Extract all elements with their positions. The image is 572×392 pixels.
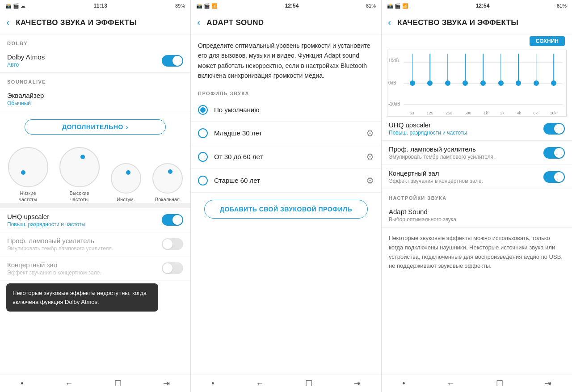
nav-back-1[interactable]: ←	[65, 379, 73, 388]
page-title-2: ADAPT SOUND	[206, 18, 264, 27]
collapsed-section[interactable]: СОХНИН	[382, 34, 572, 48]
tube-amp-row-3[interactable]: Проф. ламповый усилитель Эмулировать тем…	[382, 141, 572, 165]
profile-over60[interactable]: Старше 60 лет ⚙	[191, 169, 381, 193]
eq-chart: 10dB 0dB -10dB	[382, 48, 572, 117]
gear-over60[interactable]: ⚙	[366, 175, 374, 186]
tube-amp-info-3: Проф. ламповый усилитель Эмулировать тем…	[389, 145, 495, 160]
gear-30to60[interactable]: ⚙	[366, 152, 374, 162]
equalizer-info: Эквалайзер Обычный	[7, 92, 44, 106]
status-bar-1: 📸 🎬 ☁ 11:13 89%	[0, 0, 190, 12]
eq-dot-250	[445, 80, 450, 86]
uhq-row-1[interactable]: UHQ upscaler Повыш. разрядности и частот…	[0, 208, 190, 232]
status-time-3: 12:54	[476, 3, 490, 9]
battery-1: 89%	[175, 3, 185, 8]
adapt-sound-title: Adapt Sound	[389, 208, 565, 215]
nav-recent-2[interactable]: ⇥	[354, 379, 361, 388]
adapt-description: Определите оптимальный уровень громкости…	[191, 34, 381, 84]
tube-amp-toggle-3[interactable]	[543, 147, 565, 159]
nav-recent-1[interactable]: ⇥	[163, 379, 170, 388]
concert-info-1: Концертный зал Эффект звучания в концерт…	[7, 261, 101, 276]
tube-amp-title-3: Проф. ламповый усилитель	[389, 145, 495, 153]
tube-amp-subtitle-1: Эмулировать тембр лампового усилителя.	[7, 245, 113, 252]
radio-under30[interactable]	[198, 128, 208, 138]
eq-line-500	[465, 54, 466, 83]
nav-back-2[interactable]: ←	[256, 379, 264, 388]
profile-under30[interactable]: Младше 30 лет ⚙	[191, 122, 381, 145]
eq-bar-63[interactable]	[404, 54, 421, 107]
nav-home-3[interactable]: ☐	[496, 379, 503, 388]
eq-dot-125	[427, 80, 433, 86]
gear-under30[interactable]: ⚙	[366, 128, 374, 139]
page-title-1: КАЧЕСТВО ЗВУКА И ЭФФЕКТЫ	[16, 18, 137, 27]
nav-dot-2[interactable]: •	[211, 379, 214, 388]
advanced-button[interactable]: ДОПОЛНИТЕЛЬНО ›	[25, 119, 165, 135]
knob-vocal[interactable]: Вокальная	[152, 163, 183, 202]
eq-bar-8k[interactable]	[527, 54, 545, 107]
back-button-3[interactable]: ‹	[385, 16, 394, 30]
tube-amp-row-1[interactable]: Проф. ламповый усилитель Эмулировать тем…	[0, 232, 190, 257]
eq-dot-1k	[480, 80, 486, 86]
eq-bar-16k[interactable]	[545, 54, 563, 107]
radio-default[interactable]	[198, 105, 208, 115]
concert-row-1[interactable]: Концертный зал Эффект звучания в концерт…	[0, 257, 190, 281]
dolby-atmos-row[interactable]: Dolby Atmos Авто	[0, 49, 190, 73]
knob-circle-treble	[59, 147, 100, 187]
uhq-toggle-3[interactable]	[543, 123, 565, 135]
nav-dot-3[interactable]: •	[402, 379, 405, 388]
collapsed-label[interactable]: СОХНИН	[530, 36, 565, 46]
concert-info-3: Концертный зал Эффект звучания в концерт…	[389, 169, 483, 184]
concert-toggle-1[interactable]	[162, 262, 183, 274]
nav-recent-3[interactable]: ⇥	[545, 379, 551, 388]
nav-dot-1[interactable]: •	[21, 379, 23, 388]
content-3: СОХНИН 10dB 0dB -10dB	[382, 34, 572, 375]
eq-dot-4k	[516, 80, 521, 86]
concert-toggle-3[interactable]	[543, 171, 565, 183]
nav-back-3[interactable]: ←	[446, 379, 454, 388]
eq-bar-4k[interactable]	[509, 54, 527, 107]
radio-30to60[interactable]	[198, 152, 208, 162]
dolby-section-label: DOLBY	[0, 34, 190, 49]
equalizer-row[interactable]: Эквалайзер Обычный	[0, 87, 190, 111]
equalizer-title: Эквалайзер	[7, 92, 44, 99]
radio-over60[interactable]	[198, 176, 208, 185]
eq-bar-2k[interactable]	[492, 54, 510, 107]
profile-30to60[interactable]: От 30 до 60 лет ⚙	[191, 145, 381, 169]
knob-circle-instrument	[111, 163, 141, 194]
tube-amp-toggle-1[interactable]	[162, 238, 183, 250]
battery-3: 81%	[557, 3, 567, 8]
eq-dot-8k	[534, 80, 539, 86]
uhq-title-3: UHQ upscaler	[389, 121, 467, 129]
profile-default[interactable]: По умолчанию	[191, 99, 381, 122]
freq-125: 125	[426, 111, 433, 115]
dolby-atmos-toggle[interactable]	[162, 55, 183, 67]
knob-treble[interactable]: Высокиечастоты	[59, 147, 100, 203]
adapt-sound-row[interactable]: Adapt Sound Выбор оптимального звука.	[382, 203, 572, 228]
eq-bar-1k[interactable]	[474, 54, 492, 107]
sound-settings-label-3: НАСТРОЙКИ ЗВУКА	[382, 189, 572, 203]
nav-bar-3: • ← ☐ ⇥	[382, 375, 572, 392]
uhq-toggle-1[interactable]	[162, 214, 183, 226]
concert-row-3[interactable]: Концертный зал Эффект звучания в концерт…	[382, 165, 572, 189]
add-profile-button[interactable]: ДОБАВИТЬ СВОЙ ЗВУКОВОЙ ПРОФИЛЬ	[204, 200, 368, 219]
uhq-row-3[interactable]: UHQ upscaler Повыш. разрядности и частот…	[382, 117, 572, 141]
eq-line-16k	[554, 54, 555, 83]
nav-home-2[interactable]: ☐	[305, 379, 312, 388]
status-time-1: 11:13	[93, 3, 107, 9]
nav-home-1[interactable]: ☐	[114, 379, 122, 388]
equalizer-subtitle: Обычный	[7, 100, 44, 106]
freq-63: 63	[410, 111, 414, 115]
back-button-1[interactable]: ‹	[4, 16, 12, 30]
knob-dot-instrument	[126, 170, 130, 175]
knob-label-vocal: Вокальная	[155, 196, 180, 202]
knob-bass[interactable]: Низкиечастоты	[8, 147, 48, 203]
eq-bar-500[interactable]	[457, 54, 475, 107]
knob-instrument[interactable]: Инстум.	[111, 163, 141, 202]
dolby-atmos-subtitle: Авто	[7, 62, 45, 68]
eq-bar-125[interactable]	[421, 54, 439, 107]
back-button-2[interactable]: ‹	[194, 16, 203, 30]
panel-2: 📸 🎬 📶 12:54 81% ‹ ADAPT SOUND Определите…	[191, 0, 382, 392]
knob-dot-bass	[21, 170, 25, 175]
content-1: DOLBY Dolby Atmos Авто SOUNDALIVE Эквала…	[0, 34, 190, 375]
profile-30to60-label: От 30 до 60 лет	[214, 153, 360, 160]
eq-bar-250[interactable]	[439, 54, 457, 107]
